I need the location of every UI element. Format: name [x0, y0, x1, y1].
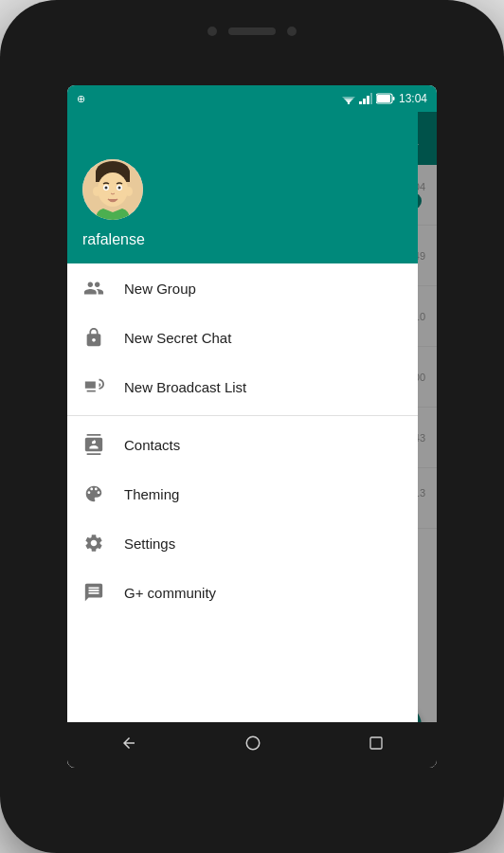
- palette-icon: [82, 482, 105, 505]
- svg-point-20: [118, 187, 121, 190]
- contacts-label: Contacts: [124, 437, 180, 453]
- community-icon: [82, 581, 105, 604]
- settings-label: Settings: [124, 535, 175, 552]
- svg-rect-4: [359, 101, 362, 104]
- settings-icon: [82, 532, 105, 554]
- menu-item-gplus-community[interactable]: G+ community: [67, 568, 418, 617]
- camera: [207, 27, 217, 36]
- svg-rect-9: [392, 97, 394, 100]
- bottom-navigation: [67, 722, 437, 768]
- phone-top-bar: [207, 27, 297, 36]
- user-avatar[interactable]: [82, 159, 143, 220]
- main-screen: Telegram 13:04 1: [67, 112, 437, 768]
- status-bar: ⊕ 1: [67, 85, 437, 112]
- notification-icon: ⊕: [77, 93, 85, 105]
- username: rafalense: [82, 231, 403, 248]
- new-secret-chat-label: New Secret Chat: [124, 330, 231, 346]
- drawer-menu: New Group New Secret Chat: [67, 263, 418, 617]
- theming-label: Theming: [124, 486, 179, 502]
- new-group-label: New Group: [124, 281, 196, 297]
- menu-item-contacts[interactable]: Contacts: [67, 420, 418, 469]
- battery-icon: [376, 93, 395, 104]
- menu-item-theming[interactable]: Theming: [67, 469, 418, 518]
- svg-rect-7: [370, 93, 372, 104]
- broadcast-icon: [82, 375, 105, 398]
- drawer-header: rafalense: [67, 112, 418, 263]
- wifi-icon: [342, 93, 355, 104]
- svg-point-21: [246, 736, 260, 750]
- phone-screen: ⊕ 1: [67, 85, 437, 768]
- home-button[interactable]: [244, 735, 261, 756]
- svg-point-16: [125, 187, 133, 196]
- avatar-image: [82, 159, 143, 220]
- menu-item-new-secret-chat[interactable]: New Secret Chat: [67, 313, 418, 362]
- status-right: 13:04: [342, 92, 427, 105]
- svg-rect-6: [367, 96, 369, 104]
- menu-item-new-broadcast-list[interactable]: New Broadcast List: [67, 362, 418, 411]
- phone-frame: ⊕ 1: [0, 0, 504, 853]
- status-left: ⊕: [77, 93, 85, 105]
- svg-rect-22: [370, 737, 382, 749]
- svg-rect-5: [363, 99, 366, 104]
- group-icon: [82, 277, 105, 299]
- navigation-drawer: rafalense New Group: [67, 112, 418, 768]
- svg-point-19: [105, 187, 108, 190]
- back-button[interactable]: [120, 735, 137, 756]
- speaker: [228, 27, 276, 35]
- menu-divider-1: [67, 415, 418, 416]
- menu-item-settings[interactable]: Settings: [67, 518, 418, 568]
- camera-2: [287, 27, 297, 36]
- new-broadcast-list-label: New Broadcast List: [124, 379, 246, 395]
- svg-rect-10: [377, 95, 390, 102]
- recents-button[interactable]: [369, 735, 384, 755]
- gplus-community-label: G+ community: [124, 585, 216, 601]
- menu-item-new-group[interactable]: New Group: [67, 263, 418, 313]
- clock: 13:04: [399, 92, 427, 105]
- svg-point-15: [93, 187, 100, 196]
- lock-icon: [82, 326, 105, 349]
- signal-icon: [359, 93, 372, 104]
- contacts-icon: [82, 433, 105, 456]
